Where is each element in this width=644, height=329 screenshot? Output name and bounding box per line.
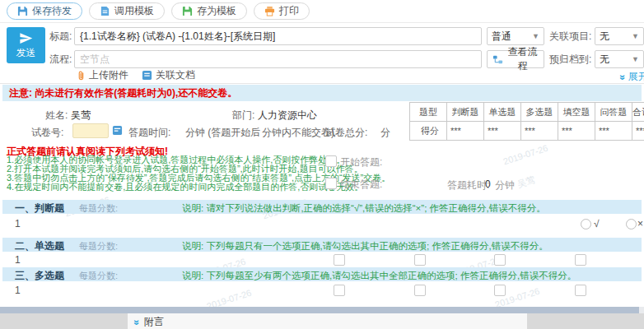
send-button[interactable]: 发送 <box>7 27 45 63</box>
section-title: 三、多选题 <box>15 269 64 283</box>
answer-time-label: 答题时间: <box>128 126 170 140</box>
exam-rule-line: 4.在规定时间内不能提前交卷,且必须在规定的时间内完成全部题目的作答,否则试卷无… <box>7 183 363 192</box>
elapsed-time-label: 答题耗时: <box>447 178 489 192</box>
prearchive-value: 无 <box>600 53 609 67</box>
flow-input[interactable] <box>74 50 482 68</box>
link-document-link[interactable]: 关联文档 <box>142 68 195 82</box>
linked-document-icon <box>142 70 152 81</box>
chevron-double-down-icon: » <box>618 74 628 80</box>
upload-attachment-link[interactable]: 上传附件 <box>77 68 128 82</box>
score-cell: *** <box>521 122 558 141</box>
score-table-header: 问答题 <box>595 103 632 122</box>
elapsed-time-unit: 分钟 <box>495 178 515 192</box>
postscript-bar: » 附言 <box>128 313 527 329</box>
flow-diagram-icon <box>492 54 503 65</box>
option-checkbox[interactable] <box>334 254 345 266</box>
score-table-header: 多选题 <box>521 103 558 122</box>
option-checkbox[interactable] <box>575 285 586 296</box>
score-table-header: 单选题 <box>484 103 521 122</box>
section-score-label: 每题分数: <box>79 270 118 282</box>
save-as-template-label: 存为模板 <box>197 4 236 18</box>
upload-attachment-label: 上传附件 <box>89 68 128 82</box>
paper-plane-icon <box>19 31 33 45</box>
watermark: 吴莺 <box>516 174 537 191</box>
save-as-template-button[interactable]: 存为模板 <box>171 2 247 20</box>
judge-false-radio[interactable] <box>626 219 637 229</box>
notice-banner: 注意: 尚未进行有效作答(答题耗时为0),还不能交卷。 <box>2 85 642 101</box>
related-project-label: 关联项目: <box>549 27 591 45</box>
load-template-button[interactable]: 调用模板 <box>89 2 165 20</box>
expand-link[interactable]: » 展开 <box>620 70 644 84</box>
document-header-form: 发送 标题: 普通 ▼ 关联项目: 无 ▼ 流程: 查看流程 预归档到: 无 ▼ <box>0 23 644 84</box>
score-table-header: 填空题 <box>558 103 595 122</box>
judge-true-mark: √ <box>594 218 600 229</box>
score-table-header: 判断题 <box>447 103 484 122</box>
option-checkbox[interactable] <box>494 285 506 296</box>
section-header-multi: 三、多选题 每题分数: 说明: 下列每题至少有两个选项正确,请勾选出其中全部正确… <box>2 267 642 281</box>
score-table-header: 题型 <box>410 103 447 122</box>
section-score-label: 每题分数: <box>79 202 118 215</box>
prearchive-select[interactable]: 无 ▼ <box>595 50 644 68</box>
view-flow-label: 查看流程 <box>506 45 539 73</box>
save-template-icon <box>182 6 193 16</box>
paperclip-icon <box>77 70 86 81</box>
judge-false-mark: × <box>637 218 643 229</box>
priority-value: 普通 <box>492 30 511 44</box>
paper-no-label: 试卷号: <box>31 126 63 140</box>
send-label: 发送 <box>16 46 36 60</box>
elapsed-time-value: 0 <box>485 178 491 190</box>
option-checkbox[interactable] <box>334 285 345 296</box>
chevron-double-down-icon: » <box>132 319 142 325</box>
total-score-label: 试卷总分: <box>325 126 367 140</box>
load-template-label: 调用模板 <box>114 4 154 18</box>
judge-true-radio[interactable] <box>581 219 591 229</box>
horizontal-scrollbar[interactable] <box>0 307 644 313</box>
score-summary-table: 题型 判断题 单选题 多选题 填空题 问答题 合计得分 得分 *** *** *… <box>409 102 644 141</box>
exam-answer-form-page: 2019-07-26 2019-07-26 2019-07-26 2019-07… <box>0 0 644 329</box>
name-value: 吴莺 <box>71 109 91 123</box>
section-description: 说明: 下列每题只有一个选项正确,请勾选出其中正确的选项; 作答正确得分,错误不… <box>182 240 548 253</box>
start-answer-checkbox[interactable] <box>325 155 337 167</box>
postscript-label: 附言 <box>144 315 164 329</box>
paper-no-selector-icon[interactable] <box>112 125 123 136</box>
section-header-judge: 一、判断题 每题分数: 说明: 请对下列说法做出判断,正确的选择“√”,错误的选… <box>2 200 642 214</box>
end-answer-checkbox[interactable] <box>325 178 337 189</box>
paper-no-input[interactable] <box>72 123 109 138</box>
dept-value: 人力资源中心 <box>258 109 317 123</box>
score-cell: *** <box>632 122 644 141</box>
score-cell: *** <box>447 122 484 141</box>
related-project-value: 无 <box>600 30 609 44</box>
save-pending-button[interactable]: 保存待发 <box>7 2 82 20</box>
section-title: 一、判断题 <box>15 202 64 215</box>
priority-select[interactable]: 普通 ▼ <box>487 27 544 45</box>
scrollbar-thumb[interactable] <box>0 307 639 313</box>
chevron-down-icon: ▼ <box>532 32 539 40</box>
section-title: 二、单选题 <box>15 239 64 253</box>
toolbar: 保存待发 调用模板 存为模板 打印 <box>0 0 644 23</box>
question-number: 1 <box>15 254 21 266</box>
option-checkbox[interactable] <box>414 285 426 296</box>
title-input[interactable] <box>74 27 482 45</box>
option-checkbox[interactable] <box>494 254 506 266</box>
prearchive-label: 预归档到: <box>549 50 591 68</box>
name-label: 姓名: <box>45 109 68 123</box>
print-button[interactable]: 打印 <box>254 2 310 20</box>
bottom-bar: » 附言 <box>0 313 644 329</box>
watermark: 2019-07-26 <box>502 143 549 167</box>
postscript-toggle[interactable]: » 附言 <box>134 315 164 329</box>
view-flow-button[interactable]: 查看流程 <box>487 50 544 68</box>
score-cell: *** <box>595 122 632 141</box>
save-icon <box>17 6 28 16</box>
option-checkbox[interactable] <box>575 254 586 266</box>
expand-label: 展开 <box>628 70 644 84</box>
title-label: 标题: <box>49 27 72 45</box>
related-project-select[interactable]: 无 ▼ <box>595 27 644 45</box>
option-checkbox[interactable] <box>414 254 426 266</box>
answer-time-mid-text: 分钟 (答题开始后 <box>185 126 260 140</box>
template-document-icon <box>100 6 110 16</box>
dept-label: 部门: <box>232 109 254 123</box>
print-label: 打印 <box>279 4 299 18</box>
end-answer-label: 结束答题: <box>340 178 382 192</box>
score-row-label: 得分 <box>410 122 447 141</box>
save-pending-label: 保存待发 <box>32 4 72 18</box>
